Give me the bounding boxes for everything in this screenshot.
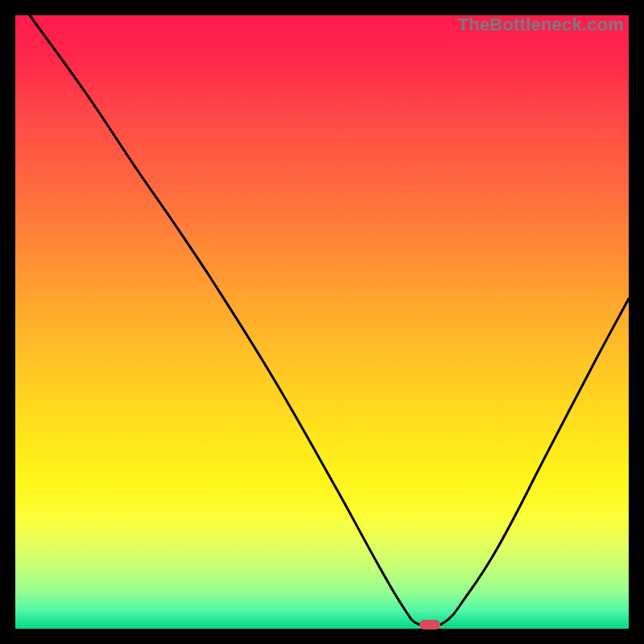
plot-area: [15, 15, 629, 629]
bottleneck-curve: [15, 15, 629, 629]
chart-frame: TheBottleneck.com: [15, 15, 629, 629]
optimum-marker: [419, 620, 440, 630]
watermark-text: TheBottleneck.com: [458, 14, 624, 35]
